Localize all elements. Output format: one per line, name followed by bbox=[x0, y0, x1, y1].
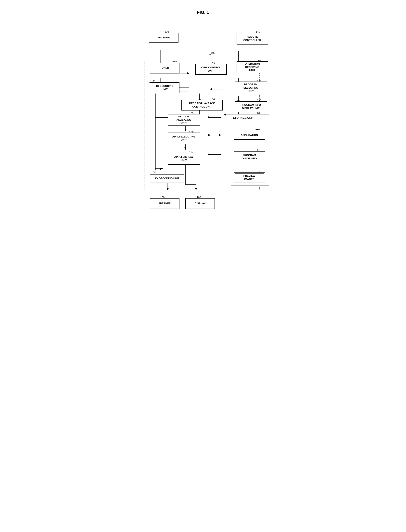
view-control-block: VIEW CONTROL UNIT bbox=[195, 64, 227, 75]
page: FIG. 1 bbox=[126, 4, 280, 220]
display-block: DISPLAY bbox=[185, 198, 215, 209]
ref-121: 121 bbox=[255, 127, 260, 130]
diagram: 130 ⌐ ANTENNA 140 ⌐ REMOTE CONTROLLER 10… bbox=[134, 21, 272, 214]
program-info-display-block: PROGRAM INFO DISPLAY UNIT bbox=[235, 101, 267, 112]
tick-100: ⌐ bbox=[209, 53, 211, 56]
appli-executing-block: APPLI EXECUTING UNIT bbox=[168, 133, 200, 144]
ref-108: 108 bbox=[152, 171, 156, 174]
antenna-block: ANTENNA bbox=[149, 33, 179, 43]
program-guide-info-block: PROGRAM GUIDE INFO bbox=[234, 151, 265, 162]
remote-controller-block: REMOTE CONTROLLER bbox=[237, 33, 268, 44]
ref-100: 100 bbox=[211, 51, 215, 54]
section-analyzing-block: SECTION ANALYZING UNIT bbox=[168, 114, 200, 126]
ref-101: 101 bbox=[173, 59, 177, 62]
preview-images-block: PREVIEW IMAGES bbox=[234, 172, 265, 183]
program-selecting-block: PROGRAM SELECTING UNIT bbox=[235, 82, 267, 94]
ref-102: 102 bbox=[151, 79, 155, 83]
record-playback-block: RECORD/PLAYBACK CONTROL UNIT bbox=[181, 100, 223, 110]
application-block: APPLICATION bbox=[234, 131, 265, 140]
ts-decoding-block: TS DECODING UNIT bbox=[150, 82, 180, 93]
tuner-block: TUNER bbox=[150, 63, 180, 73]
speaker-block: SPEAKER bbox=[150, 198, 180, 209]
operation-receiving-block: OPERATION RECEIVING UNIT bbox=[237, 61, 268, 73]
figure-title: FIG. 1 bbox=[134, 10, 272, 15]
appli-display-block: APPLI DISPLAY UNIT bbox=[168, 153, 200, 165]
av-decoding-block: AV DECODING UNIT bbox=[150, 174, 184, 183]
